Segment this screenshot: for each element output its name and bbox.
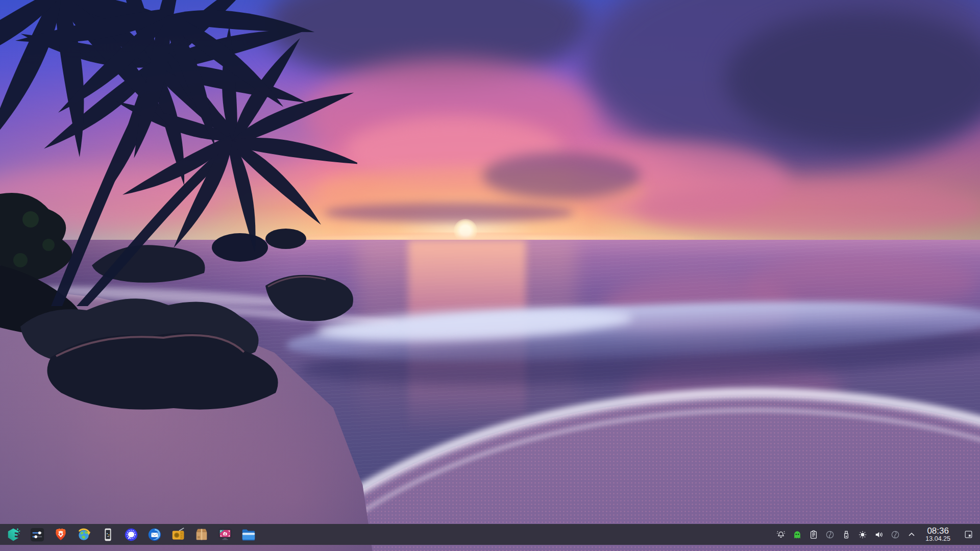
sliders-icon — [30, 527, 45, 542]
show-desktop-icon — [964, 530, 973, 539]
expand-tray-button[interactable] — [906, 529, 917, 540]
clock-date: 13.04.25 — [925, 536, 950, 542]
signal-icon — [124, 527, 139, 542]
thunderbird-icon — [147, 527, 162, 542]
desktop: 08:36 13.04.25 — [0, 0, 980, 551]
package-box-icon — [194, 527, 209, 542]
notifications-tray-button[interactable] — [775, 529, 787, 540]
updates-tray-button[interactable] — [792, 529, 803, 540]
digital-clock[interactable]: 08:36 13.04.25 — [925, 527, 950, 542]
pinned-apps — [6, 527, 256, 542]
removable-devices-button[interactable] — [841, 529, 852, 540]
chevron-up-icon — [906, 530, 917, 540]
circle-app-icon — [890, 530, 900, 540]
folder-icon — [241, 527, 256, 542]
clipboard-tray-button[interactable] — [808, 529, 819, 540]
sun-brightness-icon — [857, 530, 868, 540]
usb-drive-icon — [841, 530, 851, 540]
thunderbird-button[interactable] — [147, 527, 162, 542]
radio-icon — [170, 527, 186, 542]
speaker-icon — [874, 530, 884, 540]
phone-icon — [100, 527, 115, 542]
screenshot-tool-button[interactable] — [217, 527, 233, 542]
sun — [454, 219, 477, 242]
brave-icon — [53, 527, 68, 542]
brave-browser-button[interactable] — [53, 527, 68, 542]
background-app-1-button[interactable] — [824, 529, 836, 540]
night-color-button[interactable] — [857, 529, 868, 540]
show-desktop-button[interactable] — [963, 529, 974, 540]
clipboard-icon — [808, 530, 819, 540]
garuda-launcher-icon — [6, 527, 21, 542]
bell-icon — [776, 530, 786, 540]
globe-arrow-icon — [77, 527, 92, 542]
background-app-2-button[interactable] — [890, 529, 901, 540]
signal-button[interactable] — [124, 527, 139, 542]
package-box-button[interactable] — [194, 527, 209, 542]
volume-button[interactable] — [873, 529, 885, 540]
app-launcher-button[interactable] — [6, 527, 21, 542]
settings-sliders-button[interactable] — [30, 527, 45, 542]
radio-button[interactable] — [170, 527, 186, 542]
file-manager-button[interactable] — [241, 527, 256, 542]
globe-browser-button[interactable] — [77, 527, 92, 542]
green-ghost-icon — [792, 530, 802, 540]
phone-mirror-button[interactable] — [100, 527, 115, 542]
clock-time: 08:36 — [927, 527, 949, 536]
taskbar-panel: 08:36 13.04.25 — [0, 524, 980, 545]
circle-app-icon — [825, 530, 835, 540]
screenshot-monitor-icon — [217, 527, 233, 542]
system-tray: 08:36 13.04.25 — [775, 527, 974, 542]
